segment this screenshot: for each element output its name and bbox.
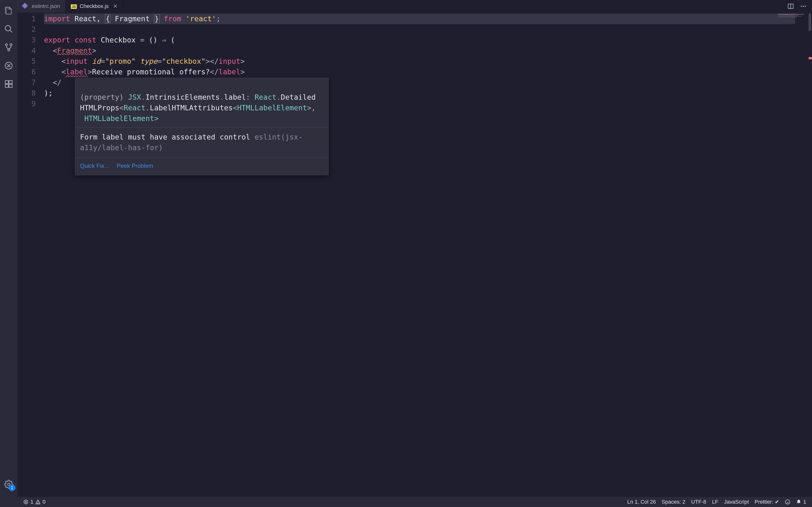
- feedback-icon[interactable]: [783, 499, 792, 505]
- tab-actions: [787, 0, 812, 12]
- problems-indicator[interactable]: 1 0: [22, 499, 47, 505]
- indentation-status[interactable]: Spaces: 2: [660, 499, 687, 505]
- code-line: <input id="promo" type="checkbox"></inpu…: [44, 56, 812, 67]
- svg-point-14: [803, 6, 804, 7]
- editor[interactable]: 1 2 3 4 5 6 7 8 9 import React, { Fragme…: [17, 12, 812, 497]
- svg-point-20: [38, 503, 38, 503]
- cursor-position[interactable]: Ln 1, Col 26: [626, 499, 657, 505]
- tab-checkbox-js[interactable]: JS Checkbox.js ✕: [65, 0, 123, 12]
- error-count: 1: [31, 499, 33, 505]
- explorer-icon[interactable]: [3, 5, 14, 16]
- peek-problem-link[interactable]: Peek Problem: [117, 161, 153, 171]
- svg-point-4: [8, 49, 10, 51]
- main-area: .eslintrc.json JS Checkbox.js ✕ 1 2: [17, 0, 812, 507]
- line-number: 3: [17, 35, 44, 45]
- debug-icon[interactable]: [3, 60, 14, 71]
- line-number: 5: [17, 56, 44, 67]
- svg-rect-9: [9, 80, 12, 84]
- split-editor-icon[interactable]: [787, 2, 795, 10]
- settings-badge: 1: [9, 484, 15, 491]
- source-control-icon[interactable]: [3, 42, 14, 53]
- code-body[interactable]: import React, { Fragment } from 'react';…: [44, 12, 812, 497]
- language-mode[interactable]: JavaScript: [723, 499, 750, 505]
- more-icon[interactable]: [800, 2, 807, 10]
- line-number: 7: [17, 77, 44, 88]
- hover-tooltip: (property) JSX.IntrinsicElements.label: …: [75, 78, 329, 175]
- code-line: import React, { Fragment } from 'react';: [44, 13, 812, 24]
- prettier-status[interactable]: Prettier: ✔: [753, 499, 780, 505]
- line-number: 2: [17, 24, 44, 35]
- svg-point-15: [805, 6, 806, 7]
- line-number: 1: [17, 13, 44, 24]
- tab-bar: .eslintrc.json JS Checkbox.js ✕: [17, 0, 812, 12]
- eslint-icon: [23, 4, 28, 9]
- hover-actions: Quick Fix… Peek Problem: [75, 158, 328, 175]
- warning-count: 0: [43, 499, 45, 505]
- line-number: 9: [17, 99, 44, 109]
- status-bar: 1 0 Ln 1, Col 26 Spaces: 2 UTF-8 LF Java…: [17, 497, 812, 507]
- code-line: <label>Receive promotional offers?</labe…: [44, 67, 812, 77]
- app-root: 1 .eslintrc.json JS Checkbox.js ✕: [0, 0, 812, 507]
- code-line: [44, 24, 812, 35]
- search-icon[interactable]: [3, 23, 14, 35]
- encoding-status[interactable]: UTF-8: [690, 499, 708, 505]
- error-marker-icon[interactable]: [809, 57, 812, 59]
- svg-point-3: [10, 44, 12, 46]
- svg-point-21: [785, 500, 790, 504]
- svg-rect-6: [5, 80, 8, 84]
- overview-ruler[interactable]: [796, 13, 812, 497]
- tab-eslintrc[interactable]: .eslintrc.json: [17, 0, 65, 12]
- js-icon: JS: [71, 4, 77, 9]
- line-number: 4: [17, 45, 44, 56]
- line-number: 8: [17, 88, 44, 99]
- hover-message: Form label must have associated control …: [75, 127, 328, 158]
- scrollbar-thumb[interactable]: [809, 13, 811, 31]
- svg-line-1: [10, 30, 12, 33]
- gutter: 1 2 3 4 5 6 7 8 9: [17, 12, 44, 497]
- activity-bar: 1: [0, 0, 17, 507]
- close-icon[interactable]: ✕: [113, 3, 118, 9]
- svg-point-0: [5, 25, 11, 31]
- line-number: 6: [17, 67, 44, 77]
- code-line: export const Checkbox = () ⇒ (: [44, 35, 812, 45]
- quick-fix-link[interactable]: Quick Fix…: [80, 161, 110, 171]
- extensions-icon[interactable]: [3, 78, 14, 90]
- code-line: <Fragment>: [44, 45, 812, 56]
- hover-signature: (property) JSX.IntrinsicElements.label: …: [75, 78, 328, 127]
- minimap-icon: [778, 14, 807, 18]
- tab-label: Checkbox.js: [80, 3, 109, 9]
- tab-label: .eslintrc.json: [31, 3, 60, 9]
- eol-status[interactable]: LF: [711, 499, 720, 505]
- notifications-bell[interactable]: 1: [795, 499, 808, 505]
- notification-count: 1: [803, 499, 806, 505]
- settings-gear-icon[interactable]: 1: [3, 478, 14, 490]
- svg-rect-8: [9, 84, 12, 88]
- svg-point-13: [801, 6, 802, 7]
- svg-point-2: [6, 44, 7, 46]
- svg-rect-7: [5, 84, 8, 88]
